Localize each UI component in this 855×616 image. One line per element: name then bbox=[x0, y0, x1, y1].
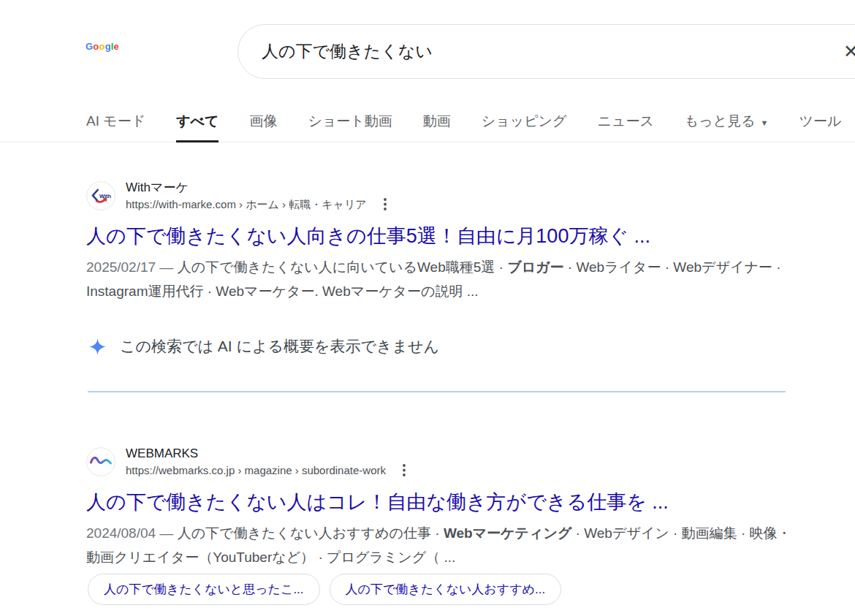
related-chips-row: 人の下で働きたくないと思ったこ...人の下で働きたくない人おすすめ... bbox=[88, 574, 561, 605]
tab-videos[interactable]: 動画 bbox=[423, 102, 451, 140]
site-name: WEBMARKS bbox=[126, 446, 409, 461]
snippet-date: 2025/02/17 — bbox=[86, 259, 178, 275]
tab-label: AI モード bbox=[86, 112, 145, 131]
three-dots-icon bbox=[399, 463, 409, 478]
site-url-text: https://webmarks.co.jp › magazine › subo… bbox=[126, 463, 386, 478]
tab-label: ショッピング bbox=[482, 112, 567, 131]
related-search-chip[interactable]: 人の下で働きたくない人おすすめ... bbox=[330, 574, 562, 605]
tabs-row: AI モードすべて画像ショート動画動画ショッピングニュースもっと見る▼ツール bbox=[86, 102, 841, 142]
snippet-bold-text: ブロガー bbox=[507, 259, 563, 275]
clear-search-icon[interactable]: ✕ bbox=[843, 40, 855, 62]
site-lines: WEBMARKS https://webmarks.co.jp › magazi… bbox=[126, 446, 409, 478]
snippet-bold-text: Webマーケティング bbox=[444, 525, 571, 541]
search-box[interactable]: 人の下で働きたくない bbox=[238, 24, 855, 79]
tab-ai-mode[interactable]: AI モード bbox=[86, 102, 145, 140]
more-options-button[interactable] bbox=[380, 197, 390, 212]
tab-label: ツール bbox=[799, 112, 842, 131]
search-input[interactable]: 人の下で働きたくない bbox=[262, 40, 433, 63]
tab-short-videos[interactable]: ショート動画 bbox=[308, 102, 392, 140]
logo-letter: o bbox=[99, 41, 104, 52]
tab-news[interactable]: ニュース bbox=[597, 102, 653, 140]
logo-letter: g bbox=[105, 41, 111, 52]
ai-sparkle-icon bbox=[88, 337, 107, 357]
result-source-link[interactable]: WEBMARKS https://webmarks.co.jp › magazi… bbox=[86, 446, 794, 478]
ai-overview-notice: この検索では AI による概要を表示できません bbox=[88, 336, 439, 357]
result-snippet: 2024/08/04 — 人の下で働きたくない人おすすめの仕事 · Webマーケ… bbox=[86, 521, 794, 569]
logo-letter: e bbox=[114, 41, 119, 52]
results-divider bbox=[88, 391, 786, 392]
search-result: WEBMARKS https://webmarks.co.jp › magazi… bbox=[86, 446, 794, 569]
snippet-text: 人の下で働きたくない人に向いているWeb職種5選 · bbox=[178, 259, 508, 275]
tab-label: ニュース bbox=[597, 112, 653, 131]
tab-images[interactable]: 画像 bbox=[249, 102, 277, 140]
tab-tools[interactable]: ツール bbox=[799, 102, 842, 140]
tab-shopping[interactable]: ショッピング bbox=[482, 102, 567, 140]
site-url: https://webmarks.co.jp › magazine › subo… bbox=[126, 463, 409, 478]
result-snippet: 2025/02/17 — 人の下で働きたくない人に向いているWeb職種5選 · … bbox=[86, 255, 794, 303]
result-source-link[interactable]: With Withマーケ https://with-marke.com › ホー… bbox=[86, 180, 794, 212]
tab-more[interactable]: もっと見る▼ bbox=[685, 102, 769, 140]
tab-label: すべて bbox=[176, 112, 218, 131]
logo-letter: G bbox=[86, 41, 93, 52]
more-options-button[interactable] bbox=[399, 463, 409, 478]
with-marke-favicon-icon: With bbox=[86, 181, 115, 210]
search-result: With Withマーケ https://with-marke.com › ホー… bbox=[86, 180, 794, 303]
snippet-date: 2024/08/04 — bbox=[86, 525, 178, 541]
site-url: https://with-marke.com › ホーム › 転職・キャリア bbox=[126, 197, 390, 212]
result-title-link[interactable]: 人の下で働きたくない人はコレ！自由な働き方ができる仕事を ... bbox=[86, 490, 669, 515]
ai-notice-text: この検索では AI による概要を表示できません bbox=[120, 336, 439, 357]
tab-all[interactable]: すべて bbox=[176, 102, 218, 142]
site-name: Withマーケ bbox=[126, 180, 390, 195]
snippet-text: 人の下で働きたくない人おすすめの仕事 · bbox=[178, 525, 444, 541]
webmarks-favicon-icon bbox=[86, 447, 115, 476]
google-logo[interactable]: Google bbox=[86, 41, 119, 52]
tab-label: ショート動画 bbox=[308, 112, 392, 131]
site-lines: Withマーケ https://with-marke.com › ホーム › 転… bbox=[126, 180, 390, 212]
three-dots-icon bbox=[380, 197, 390, 212]
site-url-text: https://with-marke.com › ホーム › 転職・キャリア bbox=[126, 197, 367, 212]
tab-label: もっと見る bbox=[685, 112, 756, 131]
tab-label: 動画 bbox=[423, 112, 451, 131]
tab-label: 画像 bbox=[249, 112, 277, 131]
chevron-down-icon: ▼ bbox=[761, 118, 769, 127]
related-search-chip[interactable]: 人の下で働きたくないと思ったこ... bbox=[88, 574, 320, 605]
result-title-link[interactable]: 人の下で働きたくない人向きの仕事5選！自由に月100万稼ぐ ... bbox=[86, 224, 650, 249]
